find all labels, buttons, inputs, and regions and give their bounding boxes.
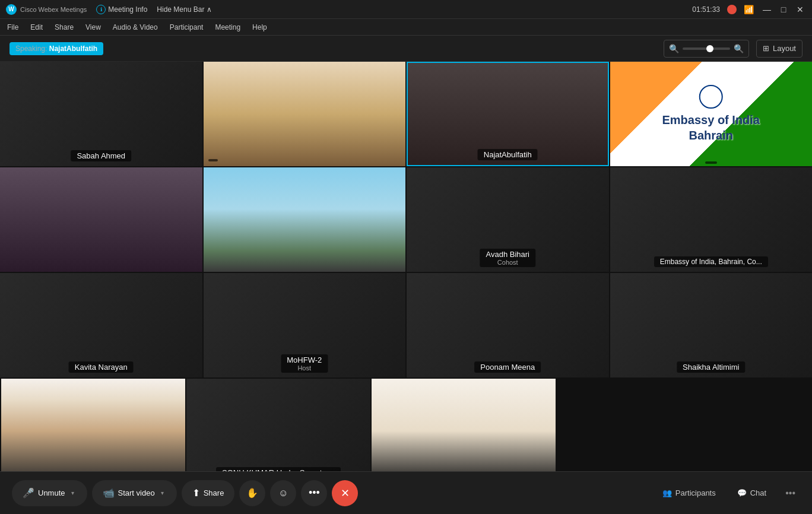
end-call-button[interactable]: ✕ xyxy=(332,480,358,506)
info-icon: ℹ xyxy=(96,5,106,14)
toolbar-right: 🔍 🔍 ⊞ Layout xyxy=(664,40,803,58)
app-name: Cisco Webex Meetings xyxy=(20,6,87,13)
participant-name: Embassy of India, Bahrain, Co... xyxy=(654,256,768,267)
zoom-out-icon[interactable]: 🔍 xyxy=(669,44,679,53)
participant-name xyxy=(208,159,218,161)
video-feed xyxy=(0,167,202,272)
participant-name xyxy=(705,161,717,164)
mic-icon: 🎤 xyxy=(23,487,34,499)
video-cell-avadh[interactable]: Avadh BihariCohost xyxy=(407,167,609,272)
close-button[interactable]: ✕ xyxy=(794,4,806,15)
video-cell-poonam[interactable]: Poonam Meena xyxy=(407,273,609,377)
ashoka-wheel-icon: ⊙ xyxy=(699,85,723,109)
meeting-info-button[interactable]: ℹ Meeting Info xyxy=(96,5,147,14)
reactions-button[interactable]: ☺ xyxy=(270,480,296,506)
menu-file[interactable]: File xyxy=(7,23,18,31)
video-cell-person2[interactable] xyxy=(204,167,406,272)
menubar: File Edit Share View Audio & Video Parti… xyxy=(0,19,812,36)
menu-share[interactable]: Share xyxy=(55,23,74,31)
unmute-button[interactable]: 🎤 Unmute ▾ xyxy=(12,480,87,506)
share-label: Share xyxy=(204,488,224,497)
start-video-label: Start video xyxy=(118,488,155,497)
menu-audio-video[interactable]: Audio & Video xyxy=(113,23,158,31)
video-feed xyxy=(204,167,406,272)
chevron-up-icon: ∧ xyxy=(207,5,212,14)
meeting-timer: 01:51:33 xyxy=(692,5,720,14)
chat-icon: 💬 xyxy=(737,488,747,497)
video-cell-kavita[interactable]: Kavita Narayan xyxy=(0,273,202,377)
control-bar-right: 👥 Participants 💬 Chat ••• xyxy=(655,483,800,503)
video-cell-woman2[interactable] xyxy=(372,379,556,483)
chat-label: Chat xyxy=(750,488,766,497)
participant-name: Sabah Ahmed xyxy=(71,150,131,161)
participant-name: Poonam Meena xyxy=(474,361,541,373)
menu-meeting[interactable]: Meeting xyxy=(215,23,240,31)
embassy-title: Embassy of IndiaBahrain xyxy=(662,112,760,143)
menu-help[interactable]: Help xyxy=(252,23,267,31)
video-cell-sonu[interactable]: SONU KUMAR Under Secretar... xyxy=(186,379,370,483)
control-bar: 🎤 Unmute ▾ 📹 Start video ▾ ⬆ Share ✋ ☺ •… xyxy=(0,471,812,514)
raise-hand-button[interactable]: ✋ xyxy=(239,480,265,506)
layout-button[interactable]: ⊞ Layout xyxy=(756,40,803,58)
minimize-button[interactable]: — xyxy=(761,4,773,15)
top-toolbar: Speaking: NajatAbulfatih 🔍 🔍 ⊞ Layout xyxy=(0,36,812,62)
layout-label: Layout xyxy=(773,44,796,53)
maximize-button[interactable]: □ xyxy=(778,4,789,15)
video-cell-shaikha[interactable]: Shaikha Altimimi xyxy=(610,273,813,377)
participant-role: Cohost xyxy=(486,259,529,266)
zoom-in-icon[interactable]: 🔍 xyxy=(734,44,744,53)
signal-icon: 📶 xyxy=(744,5,754,14)
webex-icon: W xyxy=(6,4,17,15)
menu-view[interactable]: View xyxy=(85,23,101,31)
zoom-slider[interactable] xyxy=(683,47,730,50)
reactions-icon: ☺ xyxy=(278,488,288,499)
more-button[interactable]: ••• xyxy=(301,480,327,506)
zoom-control[interactable]: 🔍 🔍 xyxy=(664,40,749,58)
participant-name: NajatAbulfatih xyxy=(478,149,538,160)
participant-name: Shaikha Altimimi xyxy=(677,361,745,373)
participant-name: Avadh BihariCohost xyxy=(480,249,535,267)
video-cell-sabah-ahmed[interactable]: Sabah Ahmed xyxy=(0,62,202,166)
video-grid: Sabah Ahmed NajatAbulfatih ⊙ Embassy of … xyxy=(0,62,812,484)
start-video-button[interactable]: 📹 Start video ▾ xyxy=(92,480,177,506)
speaking-prefix: Speaking: xyxy=(15,45,49,53)
titlebar-right: 01:51:33 📶 — □ ✕ xyxy=(692,4,806,15)
hide-menu-bar-button[interactable]: Hide Menu Bar ∧ xyxy=(157,5,211,14)
meeting-info-label: Meeting Info xyxy=(108,5,147,14)
more-icon: ••• xyxy=(309,487,320,499)
video-cell-najat[interactable]: NajatAbulfatih xyxy=(407,62,609,166)
speaking-person: NajatAbulfatih xyxy=(49,45,97,53)
participants-label: Participants xyxy=(675,488,716,497)
raise-hand-icon: ✋ xyxy=(246,487,258,499)
unmute-label: Unmute xyxy=(38,488,65,497)
participant-role: Host xyxy=(287,364,322,372)
participant-name: MoHFW-2Host xyxy=(281,354,328,373)
app-logo: W Cisco Webex Meetings xyxy=(6,4,87,15)
recording-indicator xyxy=(727,5,737,14)
video-chevron-icon[interactable]: ▾ xyxy=(158,490,166,496)
titlebar: W Cisco Webex Meetings ℹ Meeting Info Hi… xyxy=(0,0,812,19)
menu-participant[interactable]: Participant xyxy=(170,23,204,31)
menu-edit[interactable]: Edit xyxy=(30,23,43,31)
participants-button[interactable]: 👥 Participants xyxy=(655,484,723,502)
video-feed xyxy=(204,62,406,166)
grid-row-2: Avadh BihariCohost Embassy of India, Bah… xyxy=(0,167,812,272)
video-cell-embassy1[interactable]: ⊙ Embassy of IndiaBahrain xyxy=(610,62,813,166)
video-feed: ⊙ Embassy of IndiaBahrain xyxy=(610,62,813,166)
video-cell-mohfw[interactable]: MoHFW-2Host xyxy=(204,273,406,377)
grid-bottom-row: SONU KUMAR Under Secretar... xyxy=(0,379,812,484)
unmute-chevron-icon[interactable]: ▾ xyxy=(69,490,77,496)
zoom-thumb xyxy=(706,45,713,52)
more-options-button[interactable]: ••• xyxy=(781,483,800,503)
share-icon: ⬆ xyxy=(192,487,200,499)
end-call-icon: ✕ xyxy=(341,487,350,500)
video-feed xyxy=(1,379,185,483)
video-cell-embassy2[interactable]: Embassy of India, Bahrain, Co... xyxy=(610,167,813,272)
chat-button[interactable]: 💬 Chat xyxy=(730,484,773,502)
video-cell-person1[interactable] xyxy=(0,167,202,272)
hide-menu-label: Hide Menu Bar xyxy=(157,5,204,14)
video-cell-woman1[interactable] xyxy=(1,379,185,483)
video-cell-office[interactable] xyxy=(204,62,406,166)
embassy-text: ⊙ Embassy of IndiaBahrain xyxy=(662,85,760,143)
share-button[interactable]: ⬆ Share xyxy=(182,480,235,506)
